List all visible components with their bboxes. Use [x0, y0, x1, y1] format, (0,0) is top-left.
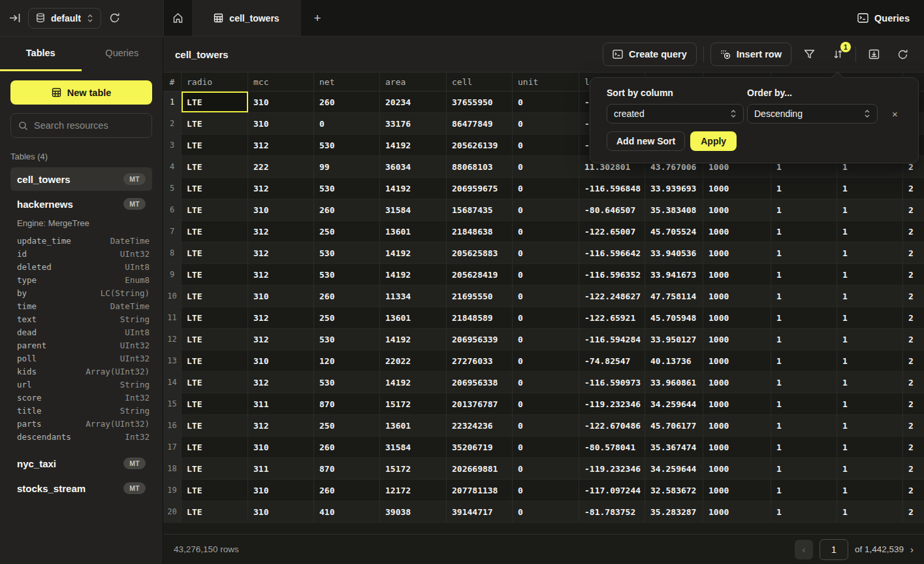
- sidebar-item-hackernews[interactable]: hackernews MT: [10, 192, 152, 216]
- new-tab-button[interactable]: +: [301, 0, 334, 36]
- table-cell[interactable]: 1000: [703, 437, 771, 457]
- table-cell[interactable]: 21695550: [447, 286, 513, 307]
- sidebar-item-cell-towers[interactable]: cell_towers MT: [10, 167, 152, 191]
- table-cell[interactable]: LTE: [182, 264, 248, 285]
- apply-sort-button[interactable]: Apply: [690, 131, 737, 151]
- table-cell[interactable]: 2: [903, 437, 924, 457]
- table-cell[interactable]: 312: [248, 307, 314, 328]
- column-header[interactable]: net: [314, 73, 380, 91]
- table-cell[interactable]: 1000: [703, 221, 771, 242]
- table-cell[interactable]: 0: [513, 307, 579, 328]
- sort-order-select[interactable]: Descending: [747, 104, 878, 124]
- table-cell[interactable]: 1: [771, 178, 837, 199]
- table-cell[interactable]: 1000: [703, 393, 771, 414]
- table-cell[interactable]: LTE: [182, 350, 248, 371]
- table-cell[interactable]: 32.583672: [645, 480, 703, 501]
- table-cell[interactable]: 1: [771, 329, 837, 350]
- table-cell[interactable]: 250: [314, 221, 380, 242]
- table-cell[interactable]: 1: [837, 286, 903, 307]
- table-cell[interactable]: 206959675: [447, 178, 513, 199]
- table-cell[interactable]: 0: [513, 156, 579, 177]
- table-cell[interactable]: 1000: [703, 329, 771, 350]
- table-cell[interactable]: -122.248627: [579, 286, 645, 307]
- table-cell[interactable]: 205628419: [447, 264, 513, 285]
- table-cell[interactable]: 311: [248, 393, 314, 414]
- tab-cell-towers[interactable]: cell_towers: [193, 0, 301, 36]
- table-cell[interactable]: 12172: [380, 480, 447, 501]
- table-cell[interactable]: 45.705948: [645, 307, 703, 328]
- table-cell[interactable]: 312: [248, 329, 314, 350]
- table-cell[interactable]: 1: [771, 393, 837, 414]
- table-cell[interactable]: LTE: [182, 501, 248, 522]
- table-cell[interactable]: 205626139: [447, 135, 513, 156]
- table-cell[interactable]: 33.960861: [645, 372, 703, 393]
- table-cell[interactable]: 2: [903, 199, 924, 220]
- table-cell[interactable]: 312: [248, 242, 314, 263]
- table-cell[interactable]: 0: [513, 458, 579, 479]
- table-cell[interactable]: 1: [837, 242, 903, 263]
- remove-sort-button[interactable]: ×: [892, 108, 898, 120]
- table-cell[interactable]: 1: [837, 501, 903, 522]
- column-header[interactable]: cell: [447, 73, 513, 91]
- table-cell[interactable]: LTE: [182, 113, 248, 134]
- table-cell[interactable]: 1: [771, 242, 837, 263]
- table-cell[interactable]: 0: [513, 91, 579, 112]
- table-cell[interactable]: -122.65921: [579, 307, 645, 328]
- table-cell[interactable]: LTE: [182, 480, 248, 501]
- table-cell[interactable]: 1: [837, 350, 903, 371]
- table-cell[interactable]: 1: [771, 458, 837, 479]
- table-cell[interactable]: 2: [903, 480, 924, 501]
- table-cell[interactable]: -116.596848: [579, 178, 645, 199]
- table-cell[interactable]: 34.259644: [645, 458, 703, 479]
- table-cell[interactable]: 311: [248, 458, 314, 479]
- table-cell[interactable]: 1: [837, 329, 903, 350]
- table-cell[interactable]: 1: [837, 199, 903, 220]
- table-cell[interactable]: LTE: [182, 286, 248, 307]
- table-cell[interactable]: 0: [513, 329, 579, 350]
- table-cell[interactable]: 1000: [703, 242, 771, 263]
- table-cell[interactable]: 2: [903, 350, 924, 371]
- table-cell[interactable]: 260: [314, 437, 380, 457]
- table-cell[interactable]: 0: [513, 372, 579, 393]
- table-cell[interactable]: LTE: [182, 242, 248, 263]
- table-cell[interactable]: 530: [314, 372, 380, 393]
- prev-page-button[interactable]: ‹: [795, 540, 813, 559]
- table-cell[interactable]: LTE: [182, 393, 248, 414]
- table-cell[interactable]: 120: [314, 350, 380, 371]
- table-cell[interactable]: 2: [903, 501, 924, 522]
- table-cell[interactable]: 1: [837, 221, 903, 242]
- table-cell[interactable]: 0: [314, 113, 380, 134]
- table-cell[interactable]: 33.939693: [645, 178, 703, 199]
- table-cell[interactable]: 1: [771, 350, 837, 371]
- table-cell[interactable]: 1000: [703, 415, 771, 436]
- next-page-button[interactable]: ›: [910, 544, 914, 555]
- table-cell[interactable]: 1: [771, 437, 837, 457]
- table-cell[interactable]: 310: [248, 480, 314, 501]
- table-cell[interactable]: 0: [513, 199, 579, 220]
- table-cell[interactable]: 15172: [380, 458, 447, 479]
- table-cell[interactable]: 1: [771, 199, 837, 220]
- table-cell[interactable]: 35206719: [447, 437, 513, 457]
- table-cell[interactable]: 312: [248, 221, 314, 242]
- table-cell[interactable]: 1000: [703, 178, 771, 199]
- table-cell[interactable]: 207781138: [447, 480, 513, 501]
- add-new-sort-button[interactable]: Add new Sort: [607, 131, 685, 151]
- table-cell[interactable]: 33176: [380, 113, 447, 134]
- table-cell[interactable]: LTE: [182, 307, 248, 328]
- table-cell[interactable]: 47.758114: [645, 286, 703, 307]
- table-cell[interactable]: 312: [248, 372, 314, 393]
- table-cell[interactable]: 202669881: [447, 458, 513, 479]
- table-cell[interactable]: 14192: [380, 329, 447, 350]
- table-cell[interactable]: 2: [903, 264, 924, 285]
- table-cell[interactable]: 1: [837, 393, 903, 414]
- table-cell[interactable]: LTE: [182, 415, 248, 436]
- table-cell[interactable]: 1: [771, 264, 837, 285]
- table-cell[interactable]: 2: [903, 458, 924, 479]
- table-cell[interactable]: LTE: [182, 178, 248, 199]
- table-cell[interactable]: 0: [513, 437, 579, 457]
- table-cell[interactable]: 0: [513, 242, 579, 263]
- table-cell[interactable]: -116.596642: [579, 242, 645, 263]
- table-cell[interactable]: 201376787: [447, 393, 513, 414]
- table-cell[interactable]: 206956338: [447, 372, 513, 393]
- refresh-database-icon[interactable]: [109, 12, 120, 24]
